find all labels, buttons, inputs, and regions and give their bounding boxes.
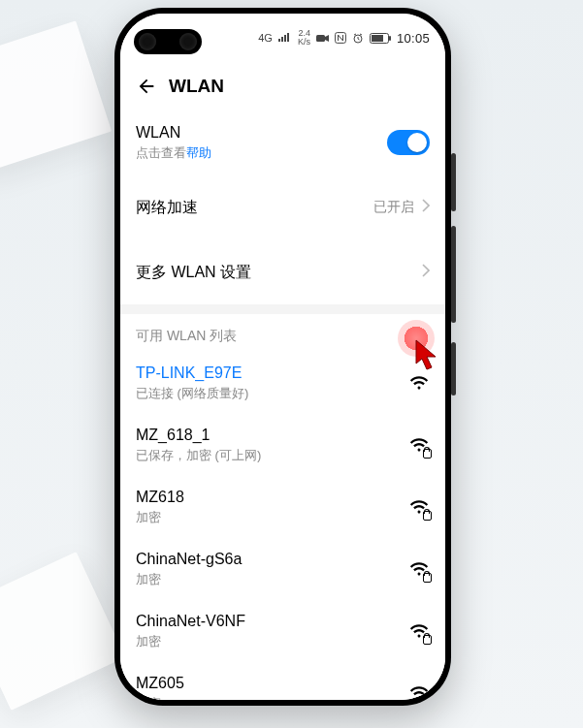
- wifi-icon: [408, 373, 430, 395]
- network-row[interactable]: ChinaNet-V6NF加密: [120, 600, 445, 662]
- network-name: TP-LINK_E97E: [136, 364, 248, 382]
- stage: 4G 2.4K/s 10:05: [0, 0, 583, 728]
- accel-label: 网络加速: [136, 198, 198, 218]
- clock: 10:05: [397, 31, 430, 46]
- side-button: [451, 153, 456, 211]
- network-row[interactable]: ChinaNet-gS6a加密: [120, 538, 445, 600]
- accel-status: 已开启: [373, 199, 414, 216]
- network-name: MZ_618_1: [136, 427, 261, 444]
- wifi-icon: [408, 497, 430, 519]
- wifi-icon: [408, 559, 430, 581]
- chevron-right-icon: [422, 199, 430, 216]
- network-row[interactable]: MZ618加密: [120, 476, 445, 538]
- net-speed: 2.4K/s: [298, 29, 310, 47]
- network-list: TP-LINK_E97E已连接 (网络质量好)MZ_618_1已保存，加密 (可…: [120, 353, 445, 700]
- network-row[interactable]: MZ_618_1已保存，加密 (可上网): [120, 414, 445, 476]
- network-status: 加密: [136, 633, 245, 650]
- wlan-sub: 点击查看帮助: [136, 144, 211, 162]
- network-gen-label: 4G: [258, 32, 273, 44]
- side-button: [451, 342, 456, 396]
- wifi-icon: [408, 683, 430, 701]
- bg-card: [0, 20, 112, 173]
- alarm-icon: [352, 32, 364, 44]
- bg-card: [0, 552, 125, 711]
- video-icon: [316, 34, 329, 43]
- nfc-icon: [335, 32, 346, 44]
- wlan-label: WLAN: [136, 124, 211, 142]
- network-accel-row[interactable]: 网络加速 已开启: [120, 174, 445, 239]
- wlan-switch[interactable]: [387, 130, 430, 155]
- more-wlan-row[interactable]: 更多 WLAN 设置: [120, 239, 445, 304]
- network-status: 已连接 (网络质量好): [136, 385, 248, 402]
- battery-icon: [370, 33, 391, 44]
- help-link[interactable]: 帮助: [186, 145, 211, 160]
- camera-cutout: [134, 29, 202, 54]
- side-button: [451, 226, 456, 323]
- network-name: MZ618: [136, 489, 184, 506]
- network-status: 加密: [136, 509, 184, 526]
- network-name: MZ605: [136, 675, 184, 692]
- section-divider: [120, 304, 445, 314]
- network-name: ChinaNet-gS6a: [136, 551, 242, 568]
- screen: 4G 2.4K/s 10:05: [120, 14, 445, 700]
- network-name: ChinaNet-V6NF: [136, 613, 245, 630]
- signal-icon: [278, 33, 292, 43]
- phone-frame: 4G 2.4K/s 10:05: [114, 8, 451, 706]
- arrow-left-icon: [136, 76, 157, 97]
- wifi-icon: [408, 621, 430, 643]
- svg-rect-0: [316, 35, 325, 42]
- network-row[interactable]: MZ605加密: [120, 662, 445, 700]
- wlan-toggle-row[interactable]: WLAN 点击查看帮助: [120, 111, 445, 174]
- app-header: WLAN: [120, 62, 445, 111]
- content[interactable]: WLAN 点击查看帮助 网络加速 已开启: [120, 111, 445, 700]
- wifi-icon: [408, 435, 430, 457]
- network-status: 加密: [136, 571, 242, 588]
- available-wlan-header: 可用 WLAN 列表: [120, 314, 445, 353]
- network-status: 加密: [136, 695, 184, 700]
- network-row[interactable]: TP-LINK_E97E已连接 (网络质量好): [120, 353, 445, 414]
- svg-rect-4: [389, 36, 391, 41]
- more-label: 更多 WLAN 设置: [136, 263, 251, 283]
- chevron-right-icon: [422, 264, 430, 281]
- back-button[interactable]: [134, 74, 159, 99]
- page-title: WLAN: [169, 76, 224, 97]
- network-status: 已保存，加密 (可上网): [136, 447, 261, 464]
- svg-rect-5: [372, 35, 383, 42]
